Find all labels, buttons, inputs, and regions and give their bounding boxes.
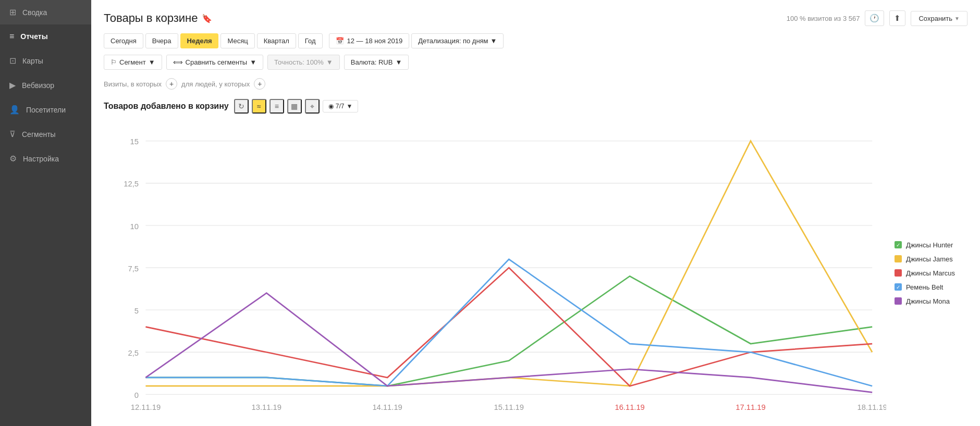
date-range-button[interactable]: 📅 12 — 18 ноя 2019 [329, 33, 410, 48]
legend-label-mona: Джинсы Mona [906, 297, 950, 305]
page-title: Товары в корзине [104, 11, 198, 25]
export-button[interactable]: ⬆ [889, 10, 905, 26]
sidebar-item-label: Отчеты [20, 32, 47, 41]
sidebar: ⊞ Сводка ≡ Отчеты ⊡ Карты ▶ Вебвизор 👤 П… [0, 0, 91, 426]
compare-label: Сравнить сегменты [186, 58, 248, 66]
sidebar-item-nastrojka[interactable]: ⚙ Настройка [0, 146, 91, 171]
svg-text:17.11.19: 17.11.19 [736, 403, 765, 411]
legend-item-hunter[interactable]: ✓ Джинсы Hunter [895, 241, 967, 249]
segment-filter: Визиты, в которых + для людей, у которых… [104, 78, 967, 90]
sidebar-item-label: Сегменты [22, 130, 56, 139]
sidebar-item-label: Настройка [23, 155, 59, 163]
svg-text:5: 5 [134, 307, 139, 315]
karty-icon: ⊡ [9, 56, 16, 66]
visits-info: 100 % визитов из 3 567 [787, 15, 860, 22]
currency-label: Валюта: RUB [351, 58, 393, 66]
legend-color-mona [895, 297, 902, 305]
line-chart-button[interactable]: ≈ [252, 99, 266, 114]
sidebar-item-label: Сводка [22, 8, 47, 17]
compare-segments-button[interactable]: ⟺ Сравнить сегменты ▼ [166, 55, 264, 70]
date-tabs: Сегодня Вчера Неделя Месяц Квартал Год 📅… [104, 33, 967, 48]
sidebar-item-label: Посетители [26, 106, 66, 114]
vebvizor-icon: ▶ [9, 80, 16, 90]
chevron-down-icon: ▼ [395, 58, 402, 66]
chart-area: 0 2,5 5 7,5 10 12,5 15 12.11.19 13.11.19… [104, 120, 967, 416]
tab-yesterday[interactable]: Вчера [145, 33, 178, 48]
date-range-label: 12 — 18 ноя 2019 [347, 37, 403, 45]
sidebar-item-vebvizor[interactable]: ▶ Вебвизор [0, 73, 91, 97]
svg-text:7,5: 7,5 [128, 265, 139, 273]
legend-color-james [895, 255, 902, 262]
otchety-icon: ≡ [9, 32, 14, 41]
chart-legend: ✓ Джинсы Hunter Джинсы James Джинсы Marc… [895, 120, 967, 416]
chart-svg: 0 2,5 5 7,5 10 12,5 15 12.11.19 13.11.19… [104, 120, 886, 416]
metrics-label: 7/7 [336, 103, 345, 110]
svg-text:13.11.19: 13.11.19 [252, 403, 281, 411]
calendar-icon: 📅 [336, 37, 344, 45]
chevron-down-icon: ▼ [250, 58, 256, 66]
save-button[interactable]: Сохранить ▼ [911, 11, 967, 26]
chart-controls: ↻ ≈ ≡ ▦ ⌖ ◉ 7/7 ▼ [234, 99, 359, 114]
tab-week[interactable]: Неделя [180, 33, 219, 48]
svg-text:16.11.19: 16.11.19 [615, 403, 644, 411]
svg-text:10: 10 [130, 222, 139, 231]
add-visit-condition-button[interactable]: + [166, 78, 177, 90]
legend-item-james[interactable]: Джинсы James [895, 255, 967, 263]
bookmark-icon[interactable]: 🔖 [202, 14, 212, 23]
legend-item-belt[interactable]: ✓ Ремень Belt [895, 283, 967, 291]
metrics-selector-button[interactable]: ◉ 7/7 ▼ [323, 100, 359, 112]
segment-prefix: Визиты, в которых [104, 80, 162, 88]
svodka-icon: ⊞ [9, 7, 16, 17]
filter-icon: ⚐ [111, 58, 117, 66]
chevron-down-icon: ▼ [346, 103, 352, 110]
refresh-chart-button[interactable]: ↻ [234, 99, 249, 114]
chevron-down-icon: ▼ [954, 16, 960, 21]
header-right: 100 % визитов из 3 567 🕐 ⬆ Сохранить ▼ [787, 10, 967, 26]
legend-label-james: Джинсы James [906, 255, 953, 263]
legend-color-belt: ✓ [895, 283, 902, 291]
add-people-condition-button[interactable]: + [254, 78, 265, 90]
metrics-icon: ◉ [328, 103, 334, 110]
segment-button[interactable]: ⚐ Сегмент ▼ [104, 55, 162, 70]
svg-text:15.11.19: 15.11.19 [494, 403, 524, 411]
sidebar-item-posetiteli[interactable]: 👤 Посетители [0, 97, 91, 122]
chevron-down-icon: ▼ [491, 37, 497, 45]
detail-label: Детализация: по дням [418, 37, 488, 45]
tab-quarter[interactable]: Квартал [257, 33, 296, 48]
sidebar-item-svodka[interactable]: ⊞ Сводка [0, 0, 91, 24]
legend-label-marcus: Джинсы Marcus [906, 269, 955, 277]
bar-chart-button[interactable]: ▦ [287, 99, 302, 114]
legend-item-marcus[interactable]: Джинсы Marcus [895, 269, 967, 277]
legend-item-mona[interactable]: Джинсы Mona [895, 297, 967, 305]
page-title-area: Товары в корзине 🔖 [104, 11, 212, 25]
history-button[interactable]: 🕐 [865, 10, 884, 26]
chart-header: Товаров добавлено в корзину ↻ ≈ ≡ ▦ ⌖ ◉ … [104, 99, 967, 114]
sidebar-item-label: Вебвизор [22, 81, 54, 90]
save-label: Сохранить [918, 15, 952, 22]
scatter-chart-button[interactable]: ⌖ [305, 99, 320, 114]
legend-color-hunter: ✓ [895, 241, 902, 248]
tab-today[interactable]: Сегодня [104, 33, 143, 48]
compare-icon: ⟺ [173, 58, 183, 66]
tab-month[interactable]: Месяц [220, 33, 254, 48]
sidebar-item-otchety[interactable]: ≡ Отчеты [0, 24, 91, 48]
chevron-down-icon: ▼ [149, 58, 155, 66]
svg-text:2,5: 2,5 [128, 349, 139, 357]
chart-title: Товаров добавлено в корзину [104, 102, 229, 111]
svg-text:14.11.19: 14.11.19 [372, 403, 402, 411]
legend-label-hunter: Джинсы Hunter [906, 241, 953, 249]
filter-row: ⚐ Сегмент ▼ ⟺ Сравнить сегменты ▼ Точнос… [104, 55, 967, 70]
tab-year[interactable]: Год [298, 33, 323, 48]
sidebar-item-segmenty[interactable]: ⊽ Сегменты [0, 122, 91, 146]
nastrojka-icon: ⚙ [9, 154, 17, 164]
segment-suffix: для людей, у которых [181, 80, 250, 88]
area-chart-button[interactable]: ≡ [270, 99, 284, 114]
legend-label-belt: Ремень Belt [906, 283, 943, 291]
svg-text:15: 15 [130, 137, 139, 146]
detail-button[interactable]: Детализация: по дням ▼ [411, 33, 504, 48]
currency-button[interactable]: Валюта: RUB ▼ [344, 55, 409, 70]
svg-text:12,5: 12,5 [124, 180, 139, 188]
sidebar-item-karty[interactable]: ⊡ Карты [0, 48, 91, 73]
accuracy-button[interactable]: Точность: 100% ▼ [267, 55, 340, 70]
posetiteli-icon: 👤 [9, 105, 20, 115]
